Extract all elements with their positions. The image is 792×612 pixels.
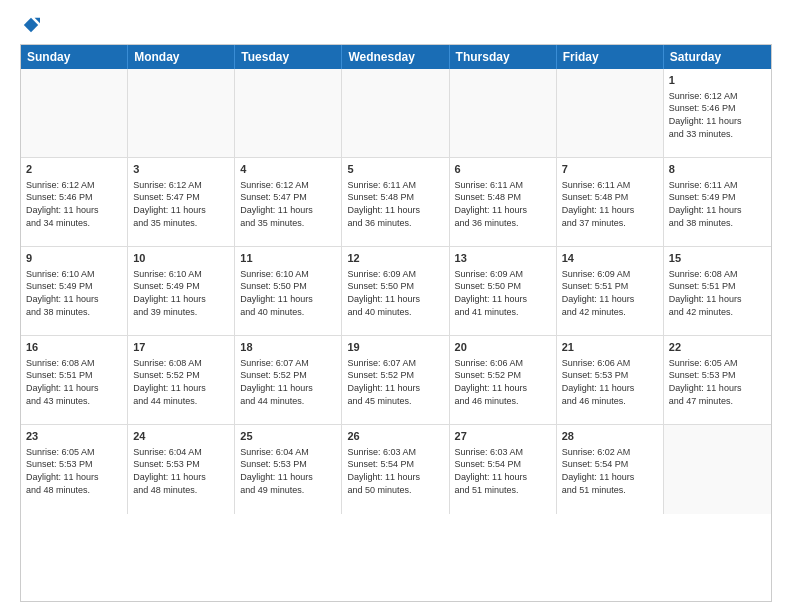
day-number: 18 [240, 340, 336, 355]
calendar-cell-16: 16Sunrise: 6:08 AM Sunset: 5:51 PM Dayli… [21, 336, 128, 424]
day-number: 7 [562, 162, 658, 177]
day-info: Sunrise: 6:11 AM Sunset: 5:48 PM Dayligh… [562, 179, 658, 229]
day-info: Sunrise: 6:06 AM Sunset: 5:53 PM Dayligh… [562, 357, 658, 407]
calendar-cell-7: 7Sunrise: 6:11 AM Sunset: 5:48 PM Daylig… [557, 158, 664, 246]
day-number: 15 [669, 251, 766, 266]
day-number: 5 [347, 162, 443, 177]
day-info: Sunrise: 6:03 AM Sunset: 5:54 PM Dayligh… [347, 446, 443, 496]
calendar-cell-9: 9Sunrise: 6:10 AM Sunset: 5:49 PM Daylig… [21, 247, 128, 335]
day-info: Sunrise: 6:11 AM Sunset: 5:49 PM Dayligh… [669, 179, 766, 229]
svg-marker-0 [24, 18, 38, 32]
calendar-cell-17: 17Sunrise: 6:08 AM Sunset: 5:52 PM Dayli… [128, 336, 235, 424]
calendar-cell-empty-0-2 [235, 69, 342, 157]
day-number: 6 [455, 162, 551, 177]
calendar-row-3: 16Sunrise: 6:08 AM Sunset: 5:51 PM Dayli… [21, 336, 771, 425]
calendar-cell-4: 4Sunrise: 6:12 AM Sunset: 5:47 PM Daylig… [235, 158, 342, 246]
day-info: Sunrise: 6:10 AM Sunset: 5:49 PM Dayligh… [133, 268, 229, 318]
weekday-header-thursday: Thursday [450, 45, 557, 69]
day-number: 23 [26, 429, 122, 444]
day-info: Sunrise: 6:12 AM Sunset: 5:47 PM Dayligh… [240, 179, 336, 229]
calendar-cell-22: 22Sunrise: 6:05 AM Sunset: 5:53 PM Dayli… [664, 336, 771, 424]
day-info: Sunrise: 6:02 AM Sunset: 5:54 PM Dayligh… [562, 446, 658, 496]
logo-icon [22, 16, 40, 34]
day-number: 16 [26, 340, 122, 355]
day-number: 19 [347, 340, 443, 355]
day-info: Sunrise: 6:10 AM Sunset: 5:50 PM Dayligh… [240, 268, 336, 318]
day-number: 17 [133, 340, 229, 355]
calendar-page: SundayMondayTuesdayWednesdayThursdayFrid… [0, 0, 792, 612]
day-number: 24 [133, 429, 229, 444]
day-number: 14 [562, 251, 658, 266]
weekday-header-sunday: Sunday [21, 45, 128, 69]
day-info: Sunrise: 6:04 AM Sunset: 5:53 PM Dayligh… [240, 446, 336, 496]
day-number: 12 [347, 251, 443, 266]
calendar-cell-6: 6Sunrise: 6:11 AM Sunset: 5:48 PM Daylig… [450, 158, 557, 246]
calendar-cell-28: 28Sunrise: 6:02 AM Sunset: 5:54 PM Dayli… [557, 425, 664, 514]
calendar-cell-15: 15Sunrise: 6:08 AM Sunset: 5:51 PM Dayli… [664, 247, 771, 335]
calendar-cell-13: 13Sunrise: 6:09 AM Sunset: 5:50 PM Dayli… [450, 247, 557, 335]
logo [20, 16, 40, 34]
calendar-cell-empty-0-5 [557, 69, 664, 157]
day-number: 26 [347, 429, 443, 444]
calendar-cell-10: 10Sunrise: 6:10 AM Sunset: 5:49 PM Dayli… [128, 247, 235, 335]
day-info: Sunrise: 6:03 AM Sunset: 5:54 PM Dayligh… [455, 446, 551, 496]
calendar-row-2: 9Sunrise: 6:10 AM Sunset: 5:49 PM Daylig… [21, 247, 771, 336]
day-number: 22 [669, 340, 766, 355]
day-info: Sunrise: 6:06 AM Sunset: 5:52 PM Dayligh… [455, 357, 551, 407]
calendar-cell-26: 26Sunrise: 6:03 AM Sunset: 5:54 PM Dayli… [342, 425, 449, 514]
calendar-cell-8: 8Sunrise: 6:11 AM Sunset: 5:49 PM Daylig… [664, 158, 771, 246]
day-info: Sunrise: 6:12 AM Sunset: 5:47 PM Dayligh… [133, 179, 229, 229]
calendar-cell-20: 20Sunrise: 6:06 AM Sunset: 5:52 PM Dayli… [450, 336, 557, 424]
calendar-cell-12: 12Sunrise: 6:09 AM Sunset: 5:50 PM Dayli… [342, 247, 449, 335]
calendar-row-1: 2Sunrise: 6:12 AM Sunset: 5:46 PM Daylig… [21, 158, 771, 247]
calendar-body: 1Sunrise: 6:12 AM Sunset: 5:46 PM Daylig… [21, 69, 771, 514]
day-number: 10 [133, 251, 229, 266]
calendar-cell-25: 25Sunrise: 6:04 AM Sunset: 5:53 PM Dayli… [235, 425, 342, 514]
day-number: 3 [133, 162, 229, 177]
day-number: 9 [26, 251, 122, 266]
day-info: Sunrise: 6:09 AM Sunset: 5:51 PM Dayligh… [562, 268, 658, 318]
calendar-header: SundayMondayTuesdayWednesdayThursdayFrid… [21, 45, 771, 69]
day-info: Sunrise: 6:07 AM Sunset: 5:52 PM Dayligh… [347, 357, 443, 407]
calendar-cell-11: 11Sunrise: 6:10 AM Sunset: 5:50 PM Dayli… [235, 247, 342, 335]
calendar-cell-14: 14Sunrise: 6:09 AM Sunset: 5:51 PM Dayli… [557, 247, 664, 335]
calendar-cell-27: 27Sunrise: 6:03 AM Sunset: 5:54 PM Dayli… [450, 425, 557, 514]
day-number: 27 [455, 429, 551, 444]
day-number: 11 [240, 251, 336, 266]
day-number: 25 [240, 429, 336, 444]
day-number: 13 [455, 251, 551, 266]
calendar-cell-empty-0-4 [450, 69, 557, 157]
calendar-cell-empty-4-6 [664, 425, 771, 514]
calendar-cell-empty-0-3 [342, 69, 449, 157]
calendar-grid: SundayMondayTuesdayWednesdayThursdayFrid… [20, 44, 772, 602]
calendar-cell-1: 1Sunrise: 6:12 AM Sunset: 5:46 PM Daylig… [664, 69, 771, 157]
day-info: Sunrise: 6:08 AM Sunset: 5:51 PM Dayligh… [26, 357, 122, 407]
day-info: Sunrise: 6:11 AM Sunset: 5:48 PM Dayligh… [347, 179, 443, 229]
day-info: Sunrise: 6:08 AM Sunset: 5:52 PM Dayligh… [133, 357, 229, 407]
weekday-header-friday: Friday [557, 45, 664, 69]
day-number: 2 [26, 162, 122, 177]
calendar-cell-21: 21Sunrise: 6:06 AM Sunset: 5:53 PM Dayli… [557, 336, 664, 424]
day-number: 20 [455, 340, 551, 355]
day-number: 8 [669, 162, 766, 177]
day-info: Sunrise: 6:09 AM Sunset: 5:50 PM Dayligh… [347, 268, 443, 318]
day-number: 1 [669, 73, 766, 88]
calendar-cell-5: 5Sunrise: 6:11 AM Sunset: 5:48 PM Daylig… [342, 158, 449, 246]
weekday-header-monday: Monday [128, 45, 235, 69]
calendar-cell-24: 24Sunrise: 6:04 AM Sunset: 5:53 PM Dayli… [128, 425, 235, 514]
day-info: Sunrise: 6:12 AM Sunset: 5:46 PM Dayligh… [669, 90, 766, 140]
day-info: Sunrise: 6:12 AM Sunset: 5:46 PM Dayligh… [26, 179, 122, 229]
header [20, 16, 772, 34]
day-info: Sunrise: 6:05 AM Sunset: 5:53 PM Dayligh… [26, 446, 122, 496]
day-number: 4 [240, 162, 336, 177]
day-info: Sunrise: 6:05 AM Sunset: 5:53 PM Dayligh… [669, 357, 766, 407]
day-info: Sunrise: 6:08 AM Sunset: 5:51 PM Dayligh… [669, 268, 766, 318]
calendar-cell-3: 3Sunrise: 6:12 AM Sunset: 5:47 PM Daylig… [128, 158, 235, 246]
calendar-cell-empty-0-0 [21, 69, 128, 157]
day-info: Sunrise: 6:07 AM Sunset: 5:52 PM Dayligh… [240, 357, 336, 407]
weekday-header-tuesday: Tuesday [235, 45, 342, 69]
day-info: Sunrise: 6:04 AM Sunset: 5:53 PM Dayligh… [133, 446, 229, 496]
calendar-cell-empty-0-1 [128, 69, 235, 157]
calendar-row-0: 1Sunrise: 6:12 AM Sunset: 5:46 PM Daylig… [21, 69, 771, 158]
day-info: Sunrise: 6:10 AM Sunset: 5:49 PM Dayligh… [26, 268, 122, 318]
